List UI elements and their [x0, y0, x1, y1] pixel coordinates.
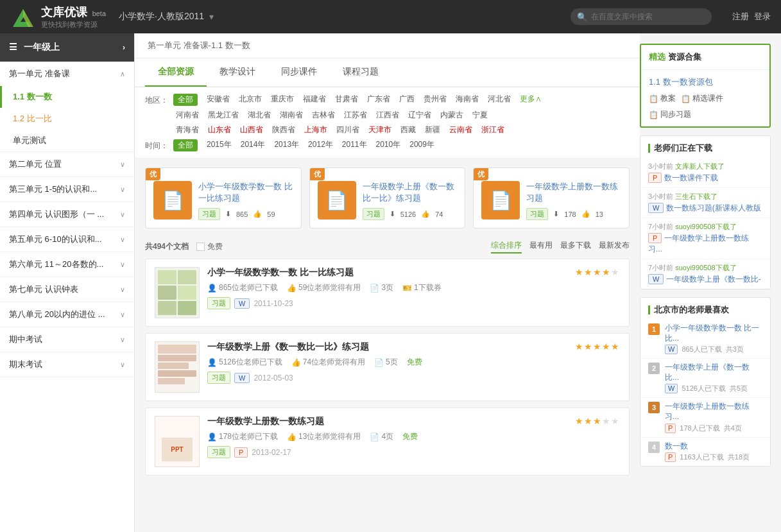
region-jiangxi[interactable]: 江西省	[376, 110, 399, 121]
rank-title-2[interactable]: 一年级数学上册《数一数比...	[665, 363, 762, 382]
res-title-2[interactable]: 一年级数学上册《数一数比一比》练习题	[207, 341, 567, 353]
pack-link-tongbu[interactable]: 📋 同步习题	[649, 109, 691, 120]
region-liaoning[interactable]: 辽宁省	[408, 110, 431, 121]
person-icon-3: 👤	[207, 433, 217, 442]
sort-useful[interactable]: 最有用	[529, 240, 553, 253]
sort-comprehensive[interactable]: 综合排序	[491, 240, 522, 253]
region-all-tag[interactable]: 全部	[173, 94, 198, 106]
sidebar-section-title-7[interactable]: 第七单元 认识钟表 ∨	[0, 277, 134, 302]
region-more[interactable]: 更多∧	[520, 94, 542, 105]
feat-title-link-3[interactable]: 一年级数学上册数一数练习题	[526, 182, 618, 203]
dl-link-2[interactable]: 数一数练习题(新课标人教版	[666, 203, 761, 212]
year-2013[interactable]: 2013年	[274, 139, 299, 150]
feat-title-link-1[interactable]: 小学一年级数学数一数 比一比练习题	[198, 182, 293, 203]
year-2012[interactable]: 2012年	[308, 139, 333, 150]
region-henan[interactable]: 河南省	[176, 110, 199, 121]
sidebar-section-title-4[interactable]: 第四单元 认识图形（一 ... ∨	[0, 202, 134, 227]
region-heilongjiang[interactable]: 黑龙江省	[208, 110, 239, 121]
feat-thumb-2: 📄	[318, 181, 356, 219]
ranking-title: 北京市的老师最喜欢	[640, 298, 770, 320]
nav-breadcrumb[interactable]: 小学数学·人教版2011 ▾	[119, 11, 214, 22]
dl-link-4[interactable]: 一年级数学上册《数一数比-	[666, 275, 761, 284]
region-yunnan[interactable]: 云南省	[449, 124, 472, 135]
region-guangxi[interactable]: 广西	[399, 94, 415, 105]
sidebar-section-4: 第四单元 认识图形（一 ... ∨	[0, 202, 134, 227]
region-zhejiang[interactable]: 浙江省	[481, 124, 504, 135]
region-gansu[interactable]: 甘肃省	[335, 94, 358, 105]
year-2014[interactable]: 2014年	[241, 139, 266, 150]
sidebar-section-title-5[interactable]: 第五单元 6-10的认识和... ∨	[0, 227, 134, 252]
sidebar-section-title-9[interactable]: 期中考试 ∨	[0, 327, 134, 352]
register-button[interactable]: 注册	[732, 11, 749, 22]
res-title-3[interactable]: 一年级数学上册数一数练习题	[207, 416, 567, 427]
region-chongqing[interactable]: 重庆市	[271, 94, 294, 105]
rank-title-3[interactable]: 一年级数学上册数一数练习...	[665, 402, 762, 422]
rank-title-1[interactable]: 小学一年级数学数一数 比一比...	[665, 323, 762, 343]
region-guangdong[interactable]: 广东省	[367, 94, 390, 105]
year-2010[interactable]: 2010年	[376, 139, 401, 150]
sidebar-section-title-10[interactable]: 期末考试 ∨	[0, 352, 134, 377]
region-hebei[interactable]: 河北省	[488, 94, 511, 105]
region-qinghai[interactable]: 青海省	[176, 124, 199, 135]
region-jilin[interactable]: 吉林省	[312, 110, 335, 121]
region-jiangsu[interactable]: 江苏省	[344, 110, 367, 121]
res-stat-pages-3: 📄 4页	[370, 431, 393, 442]
region-fujian[interactable]: 福建省	[303, 94, 326, 105]
region-anhui[interactable]: 安徽省	[207, 94, 230, 105]
sidebar-section-title-8[interactable]: 第八单元 20以内的进位 ... ∨	[0, 302, 134, 327]
res-title-1[interactable]: 小学一年级数学数一数 比一比练习题	[207, 267, 567, 279]
pack-title[interactable]: 1.1 数一数资源包	[649, 76, 762, 88]
tab-exercises[interactable]: 课程习题	[330, 58, 391, 87]
feat-title-3[interactable]: 一年级数学上册数一数练习题	[526, 181, 621, 204]
sort-newest[interactable]: 最新发布	[599, 240, 630, 253]
region-ningxia[interactable]: 宁夏	[472, 110, 488, 121]
region-hubei[interactable]: 湖北省	[248, 110, 271, 121]
download-count-1: 865位老师已下载	[219, 282, 278, 293]
search-input[interactable]	[571, 8, 712, 25]
sidebar-section-title-3[interactable]: 第三单元 1-5的认识和... ∨	[0, 177, 134, 202]
rank-title-4[interactable]: 数一数	[665, 442, 762, 452]
region-shanxi[interactable]: 山西省	[240, 124, 263, 135]
region-sichuan[interactable]: 四川省	[336, 124, 359, 135]
region-beijing[interactable]: 北京市	[239, 94, 262, 105]
region-guizhou[interactable]: 贵州省	[424, 94, 447, 105]
sidebar-item-1-1[interactable]: 1.1 数一数	[0, 86, 134, 108]
year-2011[interactable]: 2011年	[342, 139, 367, 150]
region-shandong[interactable]: 山东省	[208, 124, 231, 135]
sidebar-item-1-2[interactable]: 1.2 比一比	[0, 108, 134, 130]
login-button[interactable]: 登录	[754, 11, 771, 22]
year-2015[interactable]: 2015年	[207, 139, 232, 150]
dl-link-1[interactable]: 数一数课件下载	[664, 173, 718, 182]
downloading-label: 老师们正在下载	[654, 142, 712, 154]
region-hainan[interactable]: 海南省	[456, 94, 479, 105]
sidebar-section-title-1[interactable]: 第一单元 准备课 ∧	[0, 62, 134, 86]
feat-title-2[interactable]: 一年级数学上册《数一数比一比》练习题	[363, 181, 458, 204]
like-count-3: 13位老师觉得有用	[298, 431, 361, 442]
sidebar-section-title-2[interactable]: 第二单元 位置 ∨	[0, 152, 134, 176]
region-shanghai[interactable]: 上海市	[304, 124, 327, 135]
year-2009[interactable]: 2009年	[409, 139, 434, 150]
region-tianjin[interactable]: 天津市	[368, 124, 391, 135]
time-all-tag[interactable]: 全部	[173, 139, 198, 151]
sidebar-section-title-6[interactable]: 第六单元 11～20各数的... ∨	[0, 252, 134, 277]
region-xinjiang[interactable]: 新疆	[425, 124, 440, 135]
sort-downloads[interactable]: 最多下载	[560, 240, 591, 253]
dl-link-3[interactable]: 一年级数学上册数一数练习...	[648, 234, 749, 253]
sidebar-item-unit-test[interactable]: 单元测试	[0, 130, 134, 151]
feat-title-1[interactable]: 小学一年级数学数一数 比一比练习题	[198, 181, 293, 204]
tab-teaching[interactable]: 教学设计	[207, 58, 268, 87]
region-neimenggu[interactable]: 内蒙古	[440, 110, 463, 121]
result-left: 共494个文档 免费	[145, 241, 223, 252]
region-xizang[interactable]: 西藏	[400, 124, 416, 135]
region-hunan[interactable]: 湖南省	[280, 110, 303, 121]
pack-link-jingxuan[interactable]: 📋 精选课件	[681, 93, 723, 104]
free-checkbox[interactable]	[196, 243, 205, 251]
sidebar-grade[interactable]: ☰ 一年级上 ›	[0, 33, 134, 62]
tab-all[interactable]: 全部资源	[145, 58, 207, 87]
region-shaanxi[interactable]: 陕西省	[272, 124, 295, 135]
feat-title-link-2[interactable]: 一年级数学上册《数一数比一比》练习题	[363, 182, 454, 203]
tab-courseware[interactable]: 同步课件	[268, 58, 330, 87]
rank-dl-2: 5126人已下载	[682, 384, 725, 393]
pack-link-jiao-an[interactable]: 📋 教案	[649, 93, 676, 104]
featured-cards: 优 📄 小学一年级数学数一数 比一比练习题 习题 ⬇ 865 👍	[145, 159, 630, 235]
